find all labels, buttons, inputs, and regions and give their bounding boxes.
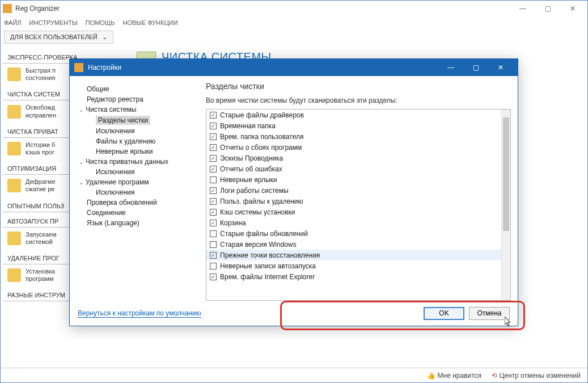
scrollbar-thumb[interactable] <box>503 117 509 231</box>
minimize-button[interactable]: — <box>510 1 535 16</box>
cleanup-item-row[interactable]: ✓Временная папка <box>206 120 501 131</box>
checkbox[interactable] <box>210 176 217 183</box>
cleanup-item-row[interactable]: ✓Отчеты об ошибках <box>206 163 501 174</box>
dialog-minimize-button[interactable]: — <box>438 59 463 76</box>
tree-node[interactable]: Чистка приватных данных <box>77 157 201 167</box>
cleanup-item-row[interactable]: ✓Кэш системы установки <box>206 207 501 217</box>
panel-title: Разделы чистки <box>206 82 511 91</box>
dialog-close-button[interactable]: ✕ <box>488 59 513 76</box>
tree-node[interactable]: Неверные ярлыки <box>77 146 201 157</box>
cleanup-item-row[interactable]: ✓Эскизы Проводника <box>206 153 501 163</box>
dialog-window-controls: — ▢ ✕ <box>438 59 513 76</box>
cleanup-item-label: Неверные записи автозапуска <box>220 262 316 270</box>
checkbox[interactable]: ✓ <box>210 133 217 140</box>
cleanup-item-label: Врем. файлы Internet Explorer <box>220 273 315 281</box>
sidebar-item-icon <box>7 232 21 245</box>
cleanup-item-label: Старые файлы обновлений <box>220 230 308 238</box>
cleanup-item-label: Неверные ярлыки <box>220 176 277 184</box>
tree-node[interactable]: Исключения <box>77 167 201 177</box>
user-scope-toolbar: ДЛЯ ВСЕХ ПОЛЬЗОВАТЕЛЕЙ ⌄ <box>1 29 587 45</box>
cleanup-item-row[interactable]: Старая версия Windows <box>206 239 501 250</box>
checkbox[interactable]: ✓ <box>210 112 217 119</box>
checkbox[interactable]: ✓ <box>210 144 217 151</box>
cleanup-item-row[interactable]: ✓Логи работы системы <box>206 185 501 196</box>
checkbox[interactable] <box>210 263 217 270</box>
cleanup-item-row[interactable]: ✓Прежние точки восстановления <box>206 250 501 260</box>
user-scope-button[interactable]: ДЛЯ ВСЕХ ПОЛЬЗОВАТЕЛЕЙ ⌄ <box>4 31 113 44</box>
cleanup-item-label: Старая версия Windows <box>220 241 297 249</box>
menubar: ФАЙЛ ИНСТРУМЕНТЫ ПОМОЩЬ НОВЫЕ ФУНКЦИИ <box>1 16 587 29</box>
menu-file[interactable]: ФАЙЛ <box>4 19 22 26</box>
sidebar-item-line1: Освобожд <box>26 104 56 111</box>
tree-node[interactable]: Удаление программ <box>77 177 201 187</box>
cleanup-item-row[interactable]: ✓Старые файлы драйверов <box>206 110 501 120</box>
cleanup-item-row[interactable]: ✓Корзина <box>206 217 501 228</box>
tree-node[interactable]: Файлы к удалению <box>77 136 201 146</box>
cancel-button[interactable]: Отмена <box>469 307 510 320</box>
tree-node[interactable]: Чистка системы <box>77 104 201 115</box>
panel-description: Во время чистки системы будут сканироват… <box>206 96 511 104</box>
cleanup-item-row[interactable]: ✓Врем. папка пользователя <box>206 131 501 142</box>
tree-node[interactable]: Язык (Language) <box>77 218 201 228</box>
checkbox[interactable] <box>210 241 217 248</box>
cleanup-item-label: Врем. папка пользователя <box>220 133 303 141</box>
sidebar-item-line2: исправлен <box>26 112 56 119</box>
user-scope-label: ДЛЯ ВСЕХ ПОЛЬЗОВАТЕЛЕЙ <box>10 33 98 40</box>
sidebar-item-line1: Истории б <box>26 141 55 149</box>
sidebar-item-icon <box>7 179 21 192</box>
close-button[interactable]: ✕ <box>560 1 585 16</box>
sidebar-item-line1: Установка <box>26 268 55 275</box>
cleanup-item-row[interactable]: Старые файлы обновлений <box>206 228 501 239</box>
titlebar: Reg Organizer — ▢ ✕ <box>1 1 587 16</box>
app-title: Reg Organizer <box>15 5 60 12</box>
undo-icon: ⟲ <box>492 372 497 380</box>
checkbox[interactable]: ✓ <box>210 187 217 194</box>
maximize-button[interactable]: ▢ <box>535 1 560 16</box>
undo-center-button[interactable]: ⟲ Центр отмены изменений <box>492 372 581 380</box>
checkbox[interactable]: ✓ <box>210 273 217 280</box>
tree-node[interactable]: Проверка обновлений <box>77 197 201 208</box>
checkbox[interactable]: ✓ <box>210 220 217 226</box>
tree-node[interactable]: Исключения <box>77 126 201 136</box>
checkbox[interactable] <box>210 230 217 237</box>
checkbox[interactable]: ✓ <box>210 198 217 205</box>
cleanup-item-label: Логи работы системы <box>220 187 289 195</box>
list-inner[interactable]: ✓Старые файлы драйверов✓Временная папка✓… <box>206 110 501 300</box>
menu-help[interactable]: ПОМОЩЬ <box>86 19 115 26</box>
cleanup-sections-list: ✓Старые файлы драйверов✓Временная папка✓… <box>206 109 511 301</box>
cleanup-item-label: Корзина <box>220 219 246 227</box>
checkbox[interactable]: ✓ <box>210 155 217 162</box>
statusbar: 👍 Мне нравится ⟲ Центр отмены изменений <box>1 368 587 382</box>
cleanup-item-row[interactable]: ✓Польз. файлы к удалению <box>206 196 501 207</box>
sidebar-item-line2: системой <box>26 238 56 246</box>
cleanup-item-label: Польз. файлы к удалению <box>220 197 303 205</box>
checkbox[interactable]: ✓ <box>210 209 217 216</box>
sidebar-item-line1: Запускаем <box>26 231 56 238</box>
sidebar-item-icon <box>7 142 21 155</box>
sidebar-item-line1: Быстрая п <box>26 67 56 74</box>
cleanup-item-row[interactable]: ✓Отчеты о сбоях программ <box>206 142 501 153</box>
tree-node[interactable]: Редактор реестра <box>77 94 201 104</box>
checkbox[interactable]: ✓ <box>210 123 217 129</box>
cleanup-item-label: Отчеты об ошибках <box>220 165 282 173</box>
cleanup-item-row[interactable]: Неверные записи автозапуска <box>206 260 501 271</box>
checkbox[interactable]: ✓ <box>210 252 217 259</box>
tree-node[interactable]: Соединение <box>77 208 201 218</box>
tree-node[interactable]: Разделы чистки <box>77 115 201 126</box>
ok-button[interactable]: OK <box>424 307 464 320</box>
cleanup-item-row[interactable]: ✓Врем. файлы Internet Explorer <box>206 271 501 282</box>
checkbox[interactable]: ✓ <box>210 166 217 172</box>
tree-node[interactable]: Общие <box>77 84 201 94</box>
menu-tools[interactable]: ИНСТРУМЕНТЫ <box>29 19 78 26</box>
list-scrollbar[interactable] <box>501 110 510 300</box>
dialog-maximize-button[interactable]: ▢ <box>463 59 488 76</box>
reset-defaults-link[interactable]: Вернуться к настройкам по умолчанию <box>78 309 201 318</box>
tree-node[interactable]: Исключения <box>77 187 201 197</box>
cleanup-item-row[interactable]: Неверные ярлыки <box>206 174 501 185</box>
settings-dialog: Настройки — ▢ ✕ ОбщиеРедактор реестраЧис… <box>69 58 518 326</box>
cleanup-item-label: Отчеты о сбоях программ <box>220 144 302 151</box>
menu-new[interactable]: НОВЫЕ ФУНКЦИИ <box>122 19 177 26</box>
sidebar-item-line2: сжатие ре <box>26 186 56 193</box>
settings-tree[interactable]: ОбщиеРедактор реестраЧистка системыРазде… <box>77 82 201 301</box>
like-button[interactable]: 👍 Мне нравится <box>427 372 481 380</box>
